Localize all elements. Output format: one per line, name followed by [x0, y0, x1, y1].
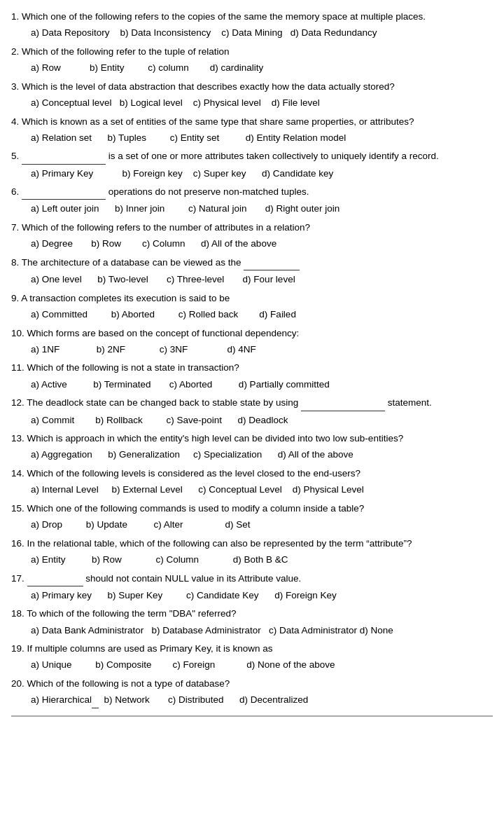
- q19-num: 19.: [11, 643, 27, 654]
- q9-text: 9. A transaction completes its execution…: [11, 291, 493, 305]
- q3-text: 3. Which is the level of data abstractio…: [11, 80, 493, 94]
- q15-options: a) Drop b) Update c) Alter d) Set: [11, 517, 493, 533]
- q14-options: a) Internal Level b) External Level c) C…: [11, 482, 493, 497]
- question-19: 19. If multiple columns are used as Prim…: [11, 642, 493, 673]
- q6-options: a) Left outer join b) Inner join c) Natu…: [11, 201, 493, 217]
- question-16: 16. In the relational table, which of th…: [11, 537, 493, 568]
- question-17: 17. should not contain NULL value in its…: [11, 572, 493, 603]
- q5-num: 5.: [11, 151, 22, 161]
- q9-options: a) Committed b) Aborted c) Rolled back d…: [11, 307, 493, 322]
- question-18: 18. To which of the following the term "…: [11, 607, 493, 638]
- q4-text: 4. Which is known as a set of entities o…: [11, 115, 493, 129]
- q20-text: 20. Which of the following is not a type…: [11, 677, 493, 691]
- q6-num: 6.: [11, 186, 22, 197]
- q13-num: 13.: [11, 433, 27, 444]
- q17-num: 17.: [11, 573, 27, 584]
- q5-blank: [22, 149, 106, 164]
- q7-options: a) Degree b) Row c) Column d) All of the…: [11, 236, 493, 252]
- q20-options: a) Hierarchical b) Network c) Distribute…: [11, 692, 493, 708]
- question-2: 2. Which of the following refer to the t…: [11, 45, 493, 76]
- question-5: 5. is a set of one or more attributes ta…: [11, 149, 493, 181]
- question-8: 8. The architecture of a database can be…: [11, 256, 493, 287]
- q2-options: a) Row b) Entity c) column d) cardinalit…: [11, 60, 493, 76]
- q7-text: 7. Which of the following refers to the …: [11, 221, 493, 235]
- q5-options: a) Primary Key b) Foreign key c) Super k…: [11, 166, 493, 181]
- page: 1. Which one of the following refers to …: [0, 0, 504, 838]
- q3-options: a) Conceptual level b) Logical level c) …: [11, 95, 493, 111]
- q13-text: 13. Which is approach in which the entit…: [11, 432, 493, 446]
- q17-options: a) Primary key b) Super Key c) Candidate…: [11, 588, 493, 603]
- q2-text: 2. Which of the following refer to the t…: [11, 45, 493, 59]
- question-13: 13. Which is approach in which the entit…: [11, 432, 493, 462]
- q8-text: 8. The architecture of a database can be…: [11, 256, 493, 270]
- question-11: 11. Which of the following is not a stat…: [11, 361, 493, 392]
- q11-num: 11.: [11, 362, 27, 373]
- q10-options: a) 1NF b) 2NF c) 3NF d) 4NF: [11, 342, 493, 357]
- question-6: 6. operations do not preserve non-matche…: [11, 185, 493, 217]
- q19-options: a) Unique b) Composite c) Foreign d) Non…: [11, 657, 493, 673]
- q17-text: 17. should not contain NULL value in its…: [11, 572, 493, 586]
- q11-text: 11. Which of the following is not a stat…: [11, 361, 493, 375]
- question-10: 10. Which forms are based on the concept…: [11, 327, 493, 357]
- q1-num: 1.: [11, 11, 22, 22]
- q8-num: 8.: [11, 257, 22, 268]
- q2-num: 2.: [11, 46, 22, 57]
- q12-text: 12. The deadlock state can be changed ba…: [11, 396, 493, 411]
- q14-num: 14.: [11, 468, 27, 479]
- q12-num: 12.: [11, 397, 27, 408]
- q15-text: 15. Which one of the following commands …: [11, 502, 493, 516]
- q16-options: a) Entity b) Row c) Column d) Both B &C: [11, 552, 493, 568]
- q13-options: a) Aggregation b) Generalization c) Spec…: [11, 447, 493, 462]
- q5-text: 5. is a set of one or more attributes ta…: [11, 149, 493, 164]
- q17-blank: [27, 572, 83, 586]
- q6-blank: [22, 185, 106, 200]
- question-15: 15. Which one of the following commands …: [11, 502, 493, 533]
- question-9: 9. A transaction completes its execution…: [11, 291, 493, 322]
- q16-num: 16.: [11, 538, 27, 549]
- q14-text: 14. Which of the following levels is con…: [11, 467, 493, 481]
- q12-options: a) Commit b) Rollback c) Save-point d) D…: [11, 413, 493, 428]
- q8-blank: [244, 256, 300, 270]
- q18-text: 18. To which of the following the term "…: [11, 607, 493, 621]
- q18-options: a) Data Bank Administrator b) Database A…: [11, 623, 493, 638]
- question-1: 1. Which one of the following refers to …: [11, 10, 493, 41]
- q15-num: 15.: [11, 503, 27, 514]
- q4-num: 4.: [11, 116, 22, 127]
- question-7: 7. Which of the following refers to the …: [11, 221, 493, 252]
- q7-num: 7.: [11, 222, 22, 233]
- q1-text: 1. Which one of the following refers to …: [11, 10, 493, 24]
- question-20: 20. Which of the following is not a type…: [11, 677, 493, 717]
- q6-text: 6. operations do not preserve non-matche…: [11, 185, 493, 200]
- q9-num: 9.: [11, 293, 21, 303]
- q19-text: 19. If multiple columns are used as Prim…: [11, 642, 493, 656]
- q11-options: a) Active b) Terminated c) Aborted d) Pa…: [11, 377, 493, 392]
- question-14: 14. Which of the following levels is con…: [11, 467, 493, 497]
- q3-num: 3.: [11, 81, 22, 92]
- q16-text: 16. In the relational table, which of th…: [11, 537, 493, 551]
- q20-num: 20.: [11, 678, 27, 689]
- question-3: 3. Which is the level of data abstractio…: [11, 80, 493, 111]
- q18-num: 18.: [11, 608, 27, 619]
- q1-options: a) Data Repository b) Data Inconsistency…: [11, 25, 493, 41]
- q10-text: 10. Which forms are based on the concept…: [11, 327, 493, 341]
- question-4: 4. Which is known as a set of entities o…: [11, 115, 493, 146]
- q8-options: a) One level b) Two-level c) Three-level…: [11, 272, 493, 287]
- question-12: 12. The deadlock state can be changed ba…: [11, 396, 493, 427]
- q12-blank: [301, 396, 385, 411]
- q4-options: a) Relation set b) Tuples c) Entity set …: [11, 130, 493, 146]
- q10-num: 10.: [11, 328, 27, 338]
